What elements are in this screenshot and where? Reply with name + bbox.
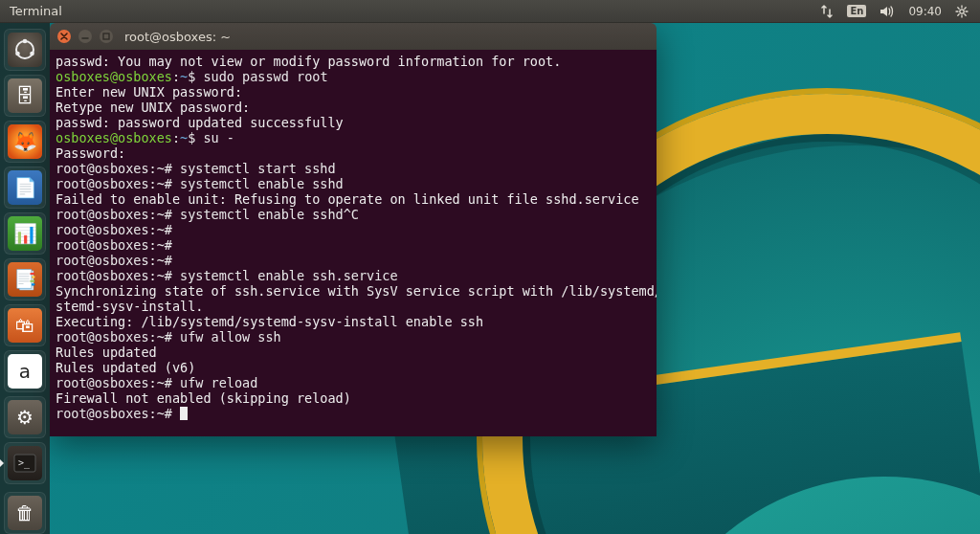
svg-point-1 [16,41,33,58]
writer-icon: 📄 [8,170,42,205]
impress-icon: 📑 [8,262,42,297]
cursor-icon [180,407,188,420]
terminal-line: Retype new UNIX password: [56,100,651,115]
terminal-line: root@osboxes:~# [56,237,651,253]
terminal-line: Firewall not enabled (skipping reload) [56,390,651,406]
svg-rect-7 [103,33,109,39]
terminal-line: Executing: /lib/systemd/systemd-sysv-ins… [56,314,651,329]
dash-icon [8,33,42,67]
software-icon: 🛍 [8,308,42,343]
dock-item-impress[interactable]: 📑 [4,258,46,300]
active-app-title: Terminal [0,4,62,18]
terminal-line: Rules updated (v6) [56,360,651,375]
clock[interactable]: 09:40 [908,5,942,18]
dock-item-firefox[interactable]: 🦊 [4,121,46,163]
svg-text:>_: >_ [18,457,31,469]
window-titlebar[interactable]: root@osboxes: ~ [50,23,657,50]
terminal-line: Password: [56,145,651,161]
window-title: root@osboxes: ~ [124,30,231,44]
terminal-line: Rules updated [56,345,651,360]
dock-item-calc[interactable]: 📊 [4,212,46,255]
settings-icon: ⚙ [8,400,42,434]
trash-icon: 🗑 [8,496,42,530]
dock-item-settings[interactable]: ⚙ [4,396,46,438]
dock-item-amazon[interactable]: a [4,350,46,392]
svg-point-4 [15,52,20,56]
terminal-line: stemd-sysv-install. [56,299,651,314]
close-icon[interactable] [57,30,71,43]
amazon-icon: a [8,354,42,389]
terminal-line: Failed to enable unit: Refusing to opera… [56,191,651,207]
svg-point-2 [23,39,28,44]
terminal-line: root@osboxes:~# systemctl enable ssh.ser… [56,268,651,283]
terminal-line: Enter new UNIX password: [56,84,651,100]
terminal-line: passwd: password updated successfully [56,115,651,130]
terminal-line: osboxes@osboxes:~$ su - [56,130,651,145]
network-icon[interactable] [820,5,834,18]
minimize-icon[interactable] [78,30,92,43]
calc-icon: 📊 [8,216,42,251]
terminal-output[interactable]: passwd: You may not view or modify passw… [50,50,657,436]
dock-item-files[interactable]: 🗄 [4,75,46,117]
dock-item-terminal[interactable]: >_ [4,442,46,484]
firefox-icon: 🦊 [8,124,42,159]
svg-point-0 [960,9,964,12]
terminal-line: root@osboxes:~# [56,222,651,237]
top-panel: Terminal En 09:40 [0,0,980,23]
dock-item-software[interactable]: 🛍 [4,304,46,346]
system-menu-icon[interactable] [955,5,969,18]
terminal-icon: >_ [8,446,42,480]
terminal-line: Synchronizing state of ssh.service with … [56,283,651,299]
terminal-line: root@osboxes:~# [56,253,651,268]
terminal-line: osboxes@osboxes:~$ sudo passwd root [56,69,651,84]
dock-item-dash[interactable] [4,29,46,71]
language-indicator[interactable]: En [847,5,866,17]
maximize-icon[interactable] [100,30,113,43]
terminal-line: root@osboxes:~# [56,406,651,421]
launcher-dock: 🗄🦊📄📊📑🛍a⚙>_🗑 [0,23,50,534]
terminal-line: root@osboxes:~# systemctl enable sshd^C [56,207,651,222]
svg-point-3 [30,52,34,56]
terminal-line: root@osboxes:~# systemctl enable sshd [56,176,651,191]
terminal-window: root@osboxes: ~ passwd: You may not view… [50,23,657,436]
files-icon: 🗄 [8,78,42,113]
dock-item-trash[interactable]: 🗑 [4,492,46,534]
terminal-line: passwd: You may not view or modify passw… [56,54,651,69]
terminal-line: root@osboxes:~# ufw reload [56,375,651,390]
terminal-line: root@osboxes:~# systemctl start sshd [56,161,651,176]
terminal-line: root@osboxes:~# ufw allow ssh [56,329,651,345]
volume-icon[interactable] [880,5,895,18]
dock-item-writer[interactable]: 📄 [4,167,46,209]
